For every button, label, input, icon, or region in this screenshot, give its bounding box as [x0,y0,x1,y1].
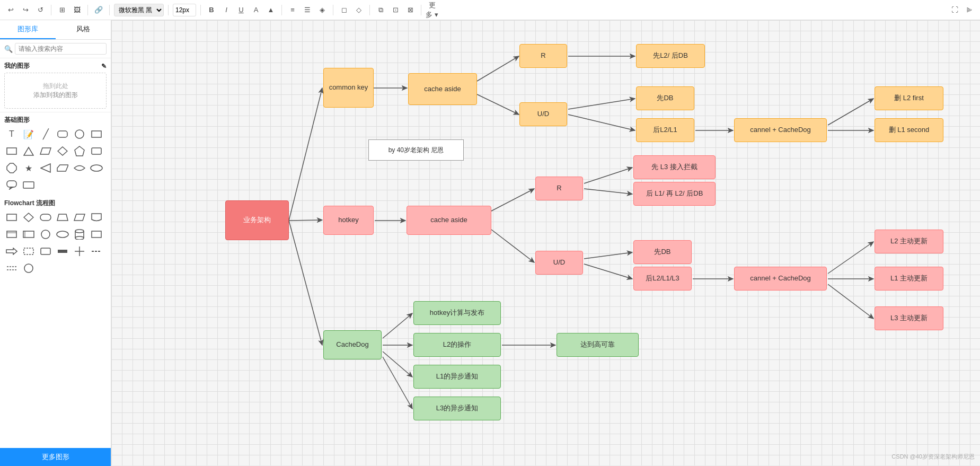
flow-hbar[interactable] [55,244,70,259]
node-common_key[interactable]: common key [323,68,374,108]
shape-parallelogram[interactable] [38,144,53,159]
node-del_l1_second[interactable]: 删 L1 second [875,118,943,142]
node-gaokao[interactable]: 达到高可靠 [557,333,639,357]
highlight-button[interactable]: ▲ [264,4,277,16]
fill-button[interactable]: ◈ [316,4,329,16]
flow-arrow[interactable] [4,244,19,259]
search-input[interactable] [15,43,107,55]
shape-custom1[interactable] [55,161,70,175]
shape-octagon[interactable] [4,161,19,175]
node-ud1[interactable]: U/D [519,102,567,126]
bold-button[interactable]: B [205,4,218,16]
node-cache_aside1[interactable]: cache aside [408,73,477,105]
flow-trapezoid[interactable] [55,210,70,225]
node-xiandb1[interactable]: 先DB [636,86,694,110]
node-l3_async[interactable]: L3的异步通知 [413,397,501,420]
node-l3_zd[interactable]: L3 主动更新 [875,306,943,330]
flow-round-rect[interactable] [38,210,53,225]
arrange-button[interactable]: ⧉ [374,4,387,16]
shape-line[interactable]: ╱ [38,127,53,142]
node-houl2l1l3[interactable]: 后L2/L1/L3 [633,267,692,291]
line-spacing-button[interactable]: ≡ [286,4,299,16]
shape-triangle[interactable] [21,144,36,159]
size-button[interactable]: ⊠ [404,4,417,16]
node-l1_async[interactable]: L1的异步通知 [413,365,501,389]
node-xianl2[interactable]: 先L2/ 后DB [636,44,705,68]
node-l2_zd[interactable]: L2 主动更新 [875,230,943,253]
node-xiandb2[interactable]: 先DB [633,240,692,264]
flow-oval[interactable] [55,227,70,242]
shape-rect[interactable] [89,127,104,142]
flow-rect4[interactable] [89,227,104,242]
shape-rect3[interactable] [89,144,104,159]
flow-circle[interactable] [38,227,53,242]
grid-button[interactable]: ⊞ [56,4,68,16]
node-cannel2[interactable]: cannel + CacheDog [734,267,827,291]
canvas-area[interactable]: by 40岁老架构 尼恩 业务架构common keycache asideR先… [111,20,980,466]
flow-rect3[interactable] [21,227,36,242]
flow-circle2[interactable] [21,261,36,276]
stroke-button[interactable]: ◻ [338,4,350,16]
node-xian_l3[interactable]: 先 L3 接入拦截 [633,155,716,179]
node-del_l2_first[interactable]: 删 L2 first [875,86,943,110]
shape-custom2[interactable] [72,161,87,175]
node-cachedog[interactable]: CacheDog [323,330,382,359]
more-button[interactable]: 更多 ▾ [426,4,438,16]
node-hotkey_calc[interactable]: hotkey计算与发布 [413,301,501,325]
font-size-input[interactable] [173,4,196,16]
split-button[interactable]: ⫸ [963,4,976,16]
flow-rect2[interactable] [4,227,19,242]
shape-note[interactable]: 📝 [21,127,36,142]
more-shapes-button[interactable]: 更多图形 [0,448,111,466]
redo-button[interactable]: ↪ [19,4,32,16]
align-button[interactable]: ☰ [301,4,314,16]
reset-button[interactable]: ↺ [34,4,47,16]
node-cannel1[interactable]: cannel + CacheDog [734,118,827,142]
flow-diamond[interactable] [21,210,36,225]
tab-style[interactable]: 风格 [56,20,111,39]
image-button[interactable]: 🖼 [70,4,83,16]
shape-rect-round[interactable] [55,127,70,142]
flow-rect5[interactable] [38,244,53,259]
shape-pentagon[interactable] [72,144,87,159]
node-hotkey[interactable]: hotkey [323,206,374,235]
node-ud2[interactable]: U/D [535,251,583,275]
node-hou_l1[interactable]: 后 L1/ 再 L2/ 后DB [633,182,716,206]
shape-rect2[interactable] [4,144,19,159]
node-R2[interactable]: R [535,177,583,200]
shape-oval[interactable] [89,161,104,175]
shape-arrow-tri[interactable] [38,161,53,175]
underline-button[interactable]: U [235,4,248,16]
edit-icon[interactable]: ✎ [101,63,107,70]
shape-text[interactable]: T [4,127,19,142]
font-color-button[interactable]: A [250,4,262,16]
flow-doc[interactable] [89,210,104,225]
font-select[interactable]: 微软雅黑 黑 [114,4,164,16]
flow-dash2[interactable] [89,244,104,259]
shape-diamond[interactable] [55,144,70,159]
italic-button[interactable]: I [220,4,233,16]
node-l2_op[interactable]: L2的操作 [413,333,501,357]
link-button[interactable]: 🔗 [92,4,105,16]
node-yewu[interactable]: 业务架构 [225,200,289,240]
node-houl2l1[interactable]: 后L2/L1 [636,118,694,142]
undo-button[interactable]: ↩ [4,4,17,16]
node-R1[interactable]: R [519,44,567,68]
shape-circle[interactable] [72,127,87,142]
flow-cyl[interactable] [72,227,87,242]
tab-shapes[interactable]: 图形库 [0,20,56,39]
flow-double-dash[interactable] [4,261,19,276]
fullscreen-button[interactable]: ⛶ [948,4,961,16]
flow-rect[interactable] [4,210,19,225]
flow-parallelogram[interactable] [72,210,87,225]
node-l1_zd[interactable]: L1 主动更新 [875,267,943,291]
pos-button[interactable]: ⊡ [389,4,402,16]
sep6 [281,5,282,15]
node-cache_aside2[interactable]: cache aside [407,206,491,235]
flow-dash[interactable] [21,244,36,259]
shape-star[interactable]: ★ [21,161,36,175]
flow-cross[interactable] [72,244,87,259]
shape-button[interactable]: ◇ [352,4,365,16]
shape-bubble[interactable] [4,178,19,192]
shape-rect4[interactable] [21,178,36,192]
